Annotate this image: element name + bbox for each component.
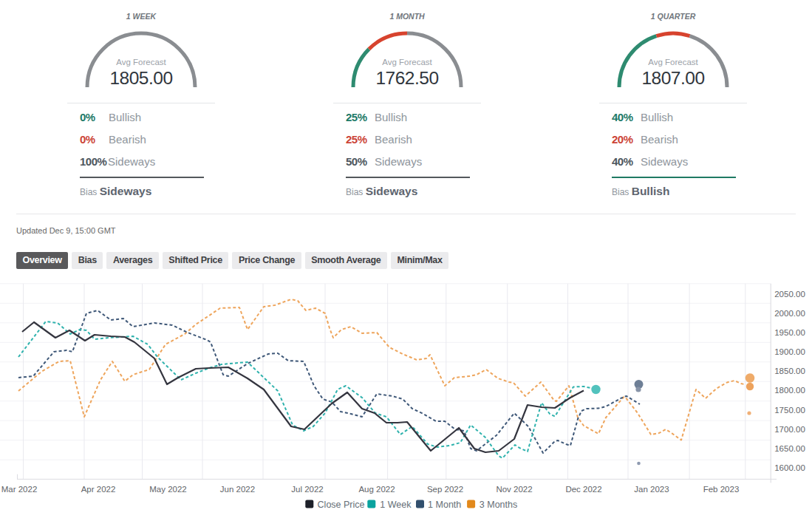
svg-text:Mar 2022: Mar 2022 xyxy=(1,485,38,494)
svg-text:Close Price: Close Price xyxy=(318,500,365,510)
svg-text:May 2022: May 2022 xyxy=(149,485,187,494)
svg-text:1900.00: 1900.00 xyxy=(774,347,805,356)
svg-text:Jun 2022: Jun 2022 xyxy=(220,485,255,494)
svg-text:1 Week: 1 Week xyxy=(380,500,412,510)
svg-text:Jan 2023: Jan 2023 xyxy=(634,485,669,494)
svg-text:Dec 2022: Dec 2022 xyxy=(565,485,601,494)
svg-text:Apr 2022: Apr 2022 xyxy=(81,485,116,494)
svg-text:1650.00: 1650.00 xyxy=(774,444,805,453)
svg-text:2000.00: 2000.00 xyxy=(774,309,805,318)
svg-text:1950.00: 1950.00 xyxy=(774,328,805,337)
svg-text:1850.00: 1850.00 xyxy=(774,367,805,375)
svg-text:1700.00: 1700.00 xyxy=(774,425,805,434)
svg-text:Nov 2022: Nov 2022 xyxy=(496,485,532,494)
svg-text:3 Months: 3 Months xyxy=(480,500,517,510)
svg-text:1750.00: 1750.00 xyxy=(774,406,805,415)
svg-text:2050.00: 2050.00 xyxy=(774,290,805,299)
svg-text:1 Month: 1 Month xyxy=(428,500,461,510)
svg-text:Aug 2022: Aug 2022 xyxy=(358,485,395,494)
svg-text:Sep 2022: Sep 2022 xyxy=(427,485,463,494)
svg-text:1800.00: 1800.00 xyxy=(774,386,805,395)
svg-text:Jul 2022: Jul 2022 xyxy=(291,485,323,494)
svg-text:Feb 2023: Feb 2023 xyxy=(703,485,740,494)
svg-text:1600.00: 1600.00 xyxy=(774,463,805,472)
